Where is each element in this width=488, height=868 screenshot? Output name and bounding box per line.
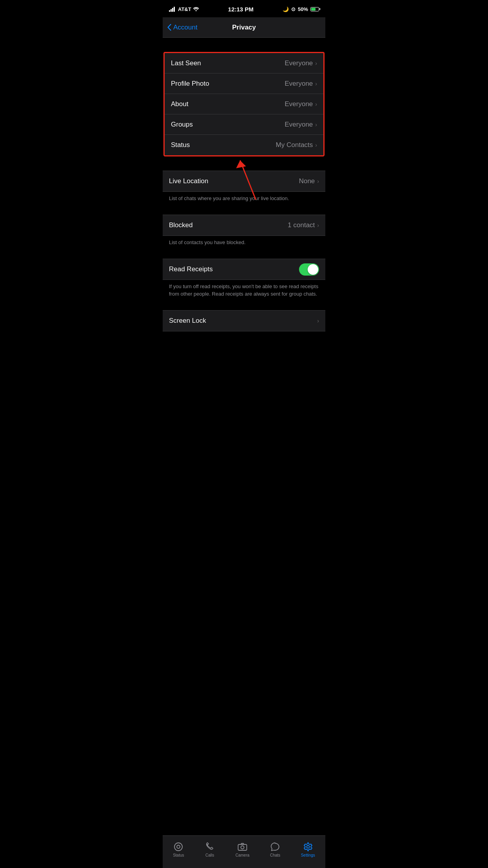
back-label: Account bbox=[173, 24, 197, 31]
section-spacer-4 bbox=[163, 302, 325, 310]
status-privacy-label: Status bbox=[171, 141, 190, 149]
toggle-knob bbox=[308, 264, 318, 275]
last-seen-row[interactable]: Last Seen Everyone › bbox=[165, 53, 323, 74]
status-time: 12:13 PM bbox=[228, 6, 253, 13]
last-seen-label: Last Seen bbox=[171, 59, 201, 67]
back-button[interactable]: Account bbox=[167, 24, 197, 31]
profile-photo-value: Everyone › bbox=[285, 80, 317, 88]
screen-lock-group: Screen Lock › bbox=[163, 310, 325, 331]
groups-label: Groups bbox=[171, 121, 193, 129]
battery-percent: 50% bbox=[298, 6, 308, 12]
groups-value: Everyone › bbox=[285, 121, 317, 129]
content-area: Last Seen Everyone › Profile Photo Every… bbox=[163, 38, 325, 371]
clock-icon: ⊙ bbox=[291, 6, 295, 12]
page-title: Privacy bbox=[232, 24, 256, 31]
profile-photo-chevron-icon: › bbox=[315, 81, 317, 87]
screen-lock-label: Screen Lock bbox=[169, 317, 206, 325]
profile-photo-label: Profile Photo bbox=[171, 80, 209, 88]
top-spacer bbox=[163, 38, 325, 52]
live-location-label: Live Location bbox=[169, 177, 208, 185]
about-label: About bbox=[171, 100, 188, 108]
privacy-settings-group: Last Seen Everyone › Profile Photo Every… bbox=[163, 52, 325, 156]
signal-bars bbox=[169, 7, 175, 12]
status-bar: AT&T 12:13 PM 🌙 ⊙ 50% bbox=[163, 0, 325, 17]
live-location-row[interactable]: Live Location None › bbox=[163, 171, 325, 191]
moon-icon: 🌙 bbox=[283, 6, 289, 12]
last-seen-value: Everyone › bbox=[285, 59, 317, 67]
status-left: AT&T bbox=[169, 6, 199, 12]
carrier-label: AT&T bbox=[178, 6, 191, 12]
screen-lock-chevron-icon: › bbox=[317, 318, 319, 324]
blocked-value: 1 contact › bbox=[288, 221, 319, 229]
blocked-chevron-icon: › bbox=[317, 222, 319, 228]
svg-point-0 bbox=[195, 10, 196, 11]
live-location-description: List of chats where you are sharing your… bbox=[163, 192, 325, 207]
groups-chevron-icon: › bbox=[315, 121, 317, 128]
nav-header: Account Privacy bbox=[163, 17, 325, 38]
back-chevron-icon bbox=[167, 24, 171, 31]
about-row[interactable]: About Everyone › bbox=[165, 94, 323, 114]
read-receipts-row[interactable]: Read Receipts bbox=[163, 259, 325, 280]
read-receipts-description: If you turn off read receipts, you won't… bbox=[163, 280, 325, 302]
last-seen-chevron-icon: › bbox=[315, 60, 317, 66]
blocked-description: List of contacts you have blocked. bbox=[163, 236, 325, 251]
status-privacy-value: My Contacts › bbox=[276, 141, 317, 149]
section-spacer-1 bbox=[163, 156, 325, 171]
section-spacer-2 bbox=[163, 207, 325, 215]
section-spacer-3 bbox=[163, 251, 325, 259]
profile-photo-row[interactable]: Profile Photo Everyone › bbox=[165, 74, 323, 94]
blocked-group: Blocked 1 contact › bbox=[163, 215, 325, 236]
about-value: Everyone › bbox=[285, 100, 317, 108]
battery-indicator bbox=[310, 7, 319, 11]
status-privacy-chevron-icon: › bbox=[315, 142, 317, 148]
live-location-chevron-icon: › bbox=[317, 178, 319, 184]
status-right: 🌙 ⊙ 50% bbox=[283, 6, 319, 12]
blocked-row[interactable]: Blocked 1 contact › bbox=[163, 215, 325, 235]
live-location-value: None › bbox=[299, 177, 319, 185]
read-receipts-toggle[interactable] bbox=[299, 263, 319, 276]
screen-lock-row[interactable]: Screen Lock › bbox=[163, 311, 325, 331]
groups-row[interactable]: Groups Everyone › bbox=[165, 114, 323, 135]
read-receipts-group: Read Receipts bbox=[163, 259, 325, 280]
screen-lock-value: › bbox=[317, 318, 319, 324]
wifi-icon bbox=[193, 7, 199, 11]
blocked-label: Blocked bbox=[169, 221, 193, 229]
status-privacy-row[interactable]: Status My Contacts › bbox=[165, 135, 323, 155]
bottom-spacer bbox=[163, 331, 325, 371]
read-receipts-label: Read Receipts bbox=[169, 265, 213, 273]
about-chevron-icon: › bbox=[315, 101, 317, 107]
live-location-group: Live Location None › bbox=[163, 171, 325, 192]
